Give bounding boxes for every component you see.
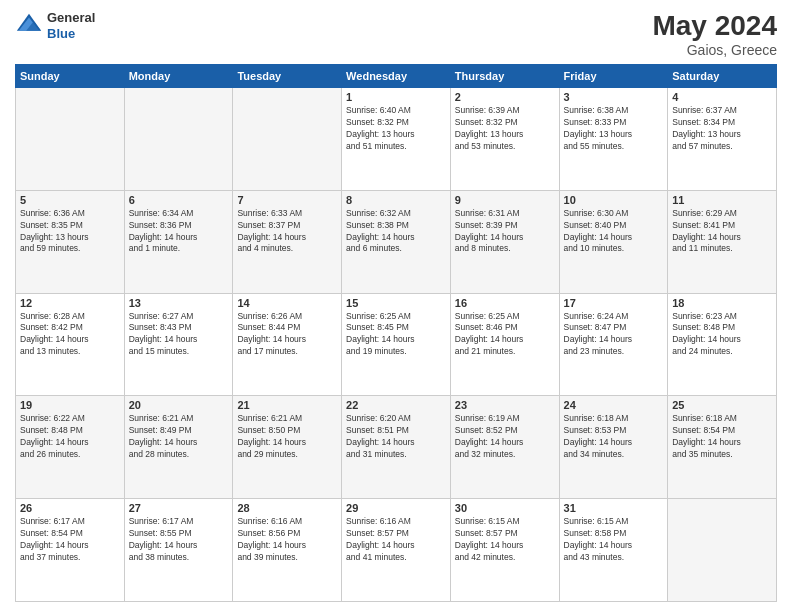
calendar-day: 10Sunrise: 6:30 AM Sunset: 8:40 PM Dayli…	[559, 190, 668, 293]
day-number: 6	[129, 194, 229, 206]
calendar-day: 4Sunrise: 6:37 AM Sunset: 8:34 PM Daylig…	[668, 88, 777, 191]
page: General Blue May 2024 Gaios, Greece Sund…	[0, 0, 792, 612]
day-info: Sunrise: 6:16 AM Sunset: 8:56 PM Dayligh…	[237, 516, 337, 564]
calendar-header-saturday: Saturday	[668, 65, 777, 88]
day-info: Sunrise: 6:25 AM Sunset: 8:45 PM Dayligh…	[346, 311, 446, 359]
calendar-day	[668, 499, 777, 602]
day-info: Sunrise: 6:15 AM Sunset: 8:57 PM Dayligh…	[455, 516, 555, 564]
day-number: 27	[129, 502, 229, 514]
day-info: Sunrise: 6:15 AM Sunset: 8:58 PM Dayligh…	[564, 516, 664, 564]
day-info: Sunrise: 6:40 AM Sunset: 8:32 PM Dayligh…	[346, 105, 446, 153]
day-info: Sunrise: 6:21 AM Sunset: 8:49 PM Dayligh…	[129, 413, 229, 461]
day-number: 31	[564, 502, 664, 514]
calendar-day: 24Sunrise: 6:18 AM Sunset: 8:53 PM Dayli…	[559, 396, 668, 499]
day-number: 5	[20, 194, 120, 206]
calendar-day: 11Sunrise: 6:29 AM Sunset: 8:41 PM Dayli…	[668, 190, 777, 293]
calendar-day: 25Sunrise: 6:18 AM Sunset: 8:54 PM Dayli…	[668, 396, 777, 499]
day-info: Sunrise: 6:32 AM Sunset: 8:38 PM Dayligh…	[346, 208, 446, 256]
day-info: Sunrise: 6:17 AM Sunset: 8:55 PM Dayligh…	[129, 516, 229, 564]
location: Gaios, Greece	[652, 42, 777, 58]
day-number: 24	[564, 399, 664, 411]
calendar-header-sunday: Sunday	[16, 65, 125, 88]
day-number: 30	[455, 502, 555, 514]
calendar-header-friday: Friday	[559, 65, 668, 88]
calendar-day: 17Sunrise: 6:24 AM Sunset: 8:47 PM Dayli…	[559, 293, 668, 396]
calendar-day	[233, 88, 342, 191]
day-number: 7	[237, 194, 337, 206]
day-info: Sunrise: 6:28 AM Sunset: 8:42 PM Dayligh…	[20, 311, 120, 359]
calendar-week-row: 5Sunrise: 6:36 AM Sunset: 8:35 PM Daylig…	[16, 190, 777, 293]
calendar-header-thursday: Thursday	[450, 65, 559, 88]
day-info: Sunrise: 6:24 AM Sunset: 8:47 PM Dayligh…	[564, 311, 664, 359]
day-number: 8	[346, 194, 446, 206]
header: General Blue May 2024 Gaios, Greece	[15, 10, 777, 58]
day-info: Sunrise: 6:22 AM Sunset: 8:48 PM Dayligh…	[20, 413, 120, 461]
calendar-day: 13Sunrise: 6:27 AM Sunset: 8:43 PM Dayli…	[124, 293, 233, 396]
day-info: Sunrise: 6:18 AM Sunset: 8:54 PM Dayligh…	[672, 413, 772, 461]
day-info: Sunrise: 6:20 AM Sunset: 8:51 PM Dayligh…	[346, 413, 446, 461]
day-number: 4	[672, 91, 772, 103]
calendar-day: 15Sunrise: 6:25 AM Sunset: 8:45 PM Dayli…	[342, 293, 451, 396]
calendar-header-row: SundayMondayTuesdayWednesdayThursdayFrid…	[16, 65, 777, 88]
title-block: May 2024 Gaios, Greece	[652, 10, 777, 58]
day-number: 28	[237, 502, 337, 514]
calendar-week-row: 12Sunrise: 6:28 AM Sunset: 8:42 PM Dayli…	[16, 293, 777, 396]
day-info: Sunrise: 6:29 AM Sunset: 8:41 PM Dayligh…	[672, 208, 772, 256]
calendar-header-tuesday: Tuesday	[233, 65, 342, 88]
calendar-day: 27Sunrise: 6:17 AM Sunset: 8:55 PM Dayli…	[124, 499, 233, 602]
day-number: 29	[346, 502, 446, 514]
day-info: Sunrise: 6:17 AM Sunset: 8:54 PM Dayligh…	[20, 516, 120, 564]
day-number: 15	[346, 297, 446, 309]
day-number: 25	[672, 399, 772, 411]
calendar-day: 31Sunrise: 6:15 AM Sunset: 8:58 PM Dayli…	[559, 499, 668, 602]
day-info: Sunrise: 6:23 AM Sunset: 8:48 PM Dayligh…	[672, 311, 772, 359]
logo-blue: Blue	[47, 26, 95, 42]
day-number: 1	[346, 91, 446, 103]
day-number: 9	[455, 194, 555, 206]
day-number: 11	[672, 194, 772, 206]
calendar-week-row: 1Sunrise: 6:40 AM Sunset: 8:32 PM Daylig…	[16, 88, 777, 191]
day-number: 10	[564, 194, 664, 206]
calendar-day: 12Sunrise: 6:28 AM Sunset: 8:42 PM Dayli…	[16, 293, 125, 396]
day-info: Sunrise: 6:21 AM Sunset: 8:50 PM Dayligh…	[237, 413, 337, 461]
day-info: Sunrise: 6:26 AM Sunset: 8:44 PM Dayligh…	[237, 311, 337, 359]
day-info: Sunrise: 6:37 AM Sunset: 8:34 PM Dayligh…	[672, 105, 772, 153]
calendar-day: 16Sunrise: 6:25 AM Sunset: 8:46 PM Dayli…	[450, 293, 559, 396]
day-info: Sunrise: 6:31 AM Sunset: 8:39 PM Dayligh…	[455, 208, 555, 256]
logo-icon	[15, 12, 43, 40]
logo-text: General Blue	[47, 10, 95, 41]
day-number: 20	[129, 399, 229, 411]
calendar-day: 5Sunrise: 6:36 AM Sunset: 8:35 PM Daylig…	[16, 190, 125, 293]
calendar-day: 7Sunrise: 6:33 AM Sunset: 8:37 PM Daylig…	[233, 190, 342, 293]
day-info: Sunrise: 6:38 AM Sunset: 8:33 PM Dayligh…	[564, 105, 664, 153]
calendar-day: 19Sunrise: 6:22 AM Sunset: 8:48 PM Dayli…	[16, 396, 125, 499]
day-info: Sunrise: 6:33 AM Sunset: 8:37 PM Dayligh…	[237, 208, 337, 256]
calendar-day: 1Sunrise: 6:40 AM Sunset: 8:32 PM Daylig…	[342, 88, 451, 191]
day-info: Sunrise: 6:25 AM Sunset: 8:46 PM Dayligh…	[455, 311, 555, 359]
calendar-day: 3Sunrise: 6:38 AM Sunset: 8:33 PM Daylig…	[559, 88, 668, 191]
day-number: 2	[455, 91, 555, 103]
calendar-week-row: 26Sunrise: 6:17 AM Sunset: 8:54 PM Dayli…	[16, 499, 777, 602]
day-number: 21	[237, 399, 337, 411]
day-info: Sunrise: 6:34 AM Sunset: 8:36 PM Dayligh…	[129, 208, 229, 256]
calendar-day: 26Sunrise: 6:17 AM Sunset: 8:54 PM Dayli…	[16, 499, 125, 602]
month-year: May 2024	[652, 10, 777, 42]
calendar-day: 2Sunrise: 6:39 AM Sunset: 8:32 PM Daylig…	[450, 88, 559, 191]
day-info: Sunrise: 6:39 AM Sunset: 8:32 PM Dayligh…	[455, 105, 555, 153]
calendar-day: 6Sunrise: 6:34 AM Sunset: 8:36 PM Daylig…	[124, 190, 233, 293]
calendar-day: 21Sunrise: 6:21 AM Sunset: 8:50 PM Dayli…	[233, 396, 342, 499]
calendar-day	[124, 88, 233, 191]
calendar-day: 30Sunrise: 6:15 AM Sunset: 8:57 PM Dayli…	[450, 499, 559, 602]
logo-general: General	[47, 10, 95, 26]
calendar-day: 20Sunrise: 6:21 AM Sunset: 8:49 PM Dayli…	[124, 396, 233, 499]
day-info: Sunrise: 6:36 AM Sunset: 8:35 PM Dayligh…	[20, 208, 120, 256]
day-info: Sunrise: 6:16 AM Sunset: 8:57 PM Dayligh…	[346, 516, 446, 564]
day-number: 12	[20, 297, 120, 309]
calendar: SundayMondayTuesdayWednesdayThursdayFrid…	[15, 64, 777, 602]
day-number: 18	[672, 297, 772, 309]
day-number: 23	[455, 399, 555, 411]
calendar-day: 22Sunrise: 6:20 AM Sunset: 8:51 PM Dayli…	[342, 396, 451, 499]
calendar-day	[16, 88, 125, 191]
logo: General Blue	[15, 10, 95, 41]
day-number: 26	[20, 502, 120, 514]
